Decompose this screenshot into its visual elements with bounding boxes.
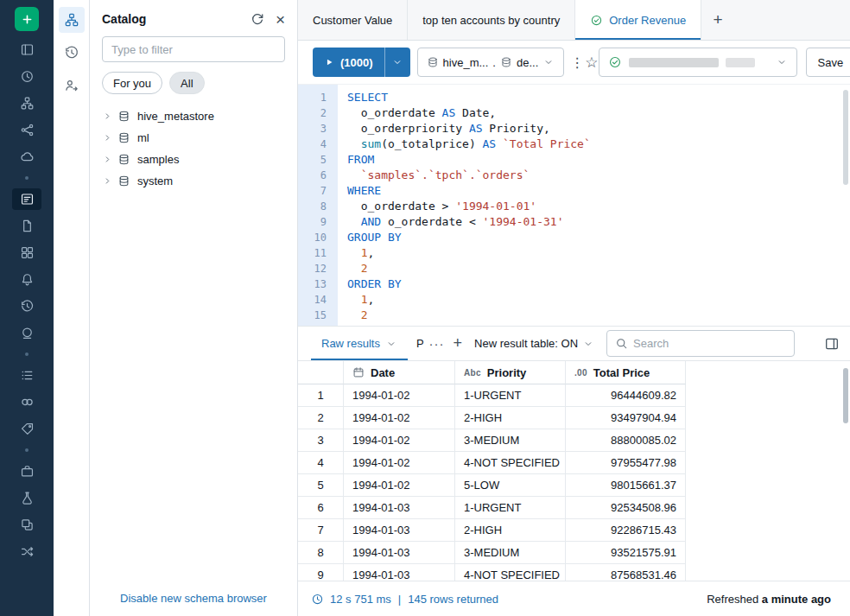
nav-models-button[interactable]: [12, 514, 41, 536]
column-header-total-price[interactable]: .00Total Price: [566, 361, 686, 384]
nav-alerts-button[interactable]: [12, 269, 41, 290]
side-panel-toggle-button[interactable]: [824, 336, 840, 352]
nav-dashboards-button[interactable]: [12, 242, 41, 264]
code-token: [347, 168, 361, 181]
nav-workflows-button[interactable]: [12, 119, 41, 141]
experiments-icon: [20, 464, 35, 479]
nav-query-history-button[interactable]: [12, 295, 41, 317]
nav-job-runs-button[interactable]: [12, 365, 41, 386]
results-table-area: DateAbcPriority.00Total Price11994-01-02…: [298, 361, 850, 581]
code-token: '1994-01-01': [455, 200, 536, 213]
search-input[interactable]: [633, 337, 786, 350]
database-icon: [117, 175, 130, 187]
catalog-tree-item[interactable]: ml: [102, 127, 285, 149]
new-tab-button[interactable]: +: [701, 0, 734, 40]
save-button[interactable]: Save: [806, 48, 850, 77]
disable-schema-browser-link[interactable]: Disable new schema browser: [90, 592, 297, 605]
query-tab[interactable]: top ten accounts by country: [408, 0, 575, 40]
catalog-schema-selector[interactable]: hive_m... . de...: [417, 48, 565, 77]
for-you-button[interactable]: [59, 73, 85, 98]
chevron-down-icon: [391, 56, 403, 68]
code-line: 9 AND o_orderdate < '1994-01-31': [298, 214, 850, 230]
line-number: 1: [298, 90, 338, 105]
nav-catalog-button[interactable]: [12, 92, 41, 114]
code-token: GROUP BY: [347, 231, 402, 244]
nav-workspace-button[interactable]: [12, 39, 41, 60]
database-icon: [117, 131, 130, 144]
clipped-tab-label: P: [416, 337, 424, 350]
job-runs-icon: [20, 368, 35, 383]
compute-icon: [20, 149, 35, 164]
code-token: WHERE: [347, 184, 381, 197]
history-panel-icon: [64, 45, 79, 60]
nav-compute-button[interactable]: [12, 146, 41, 168]
column-header-priority[interactable]: AbcPriority: [455, 361, 566, 384]
refresh-catalog-button[interactable]: [250, 11, 265, 27]
new-result-table-toggle[interactable]: New result table: ON: [474, 337, 594, 350]
duration-text: 12 s 751 ms: [330, 593, 391, 606]
column-label: Priority: [487, 366, 527, 379]
line-code: 2: [338, 308, 367, 323]
clipped-results-tab[interactable]: P: [413, 327, 428, 360]
tab-label: top ten accounts by country: [422, 14, 560, 27]
code-line: 12 2: [298, 261, 850, 276]
favorite-star-button[interactable]: ☆: [585, 54, 598, 72]
code-token: AS: [469, 122, 483, 135]
line-code: AND o_orderdate < '1994-01-31': [338, 214, 563, 230]
code-line: 4 sum(o_totalprice) AS `Total Price`: [298, 137, 850, 152]
query-tab-bar: Customer Valuetop ten accounts by countr…: [298, 0, 850, 41]
nav-serving-button[interactable]: [12, 541, 41, 562]
code-line: 15 2: [298, 308, 850, 323]
schema-browser-button[interactable]: [59, 7, 85, 33]
main-area: Customer Valuetop ten accounts by countr…: [298, 0, 850, 616]
results-overflow-button[interactable]: ···: [429, 336, 445, 351]
code-token: ORDER BY: [347, 277, 402, 290]
row-number-cell: 1: [298, 384, 344, 407]
line-code: SELECT: [338, 90, 388, 105]
run-button[interactable]: (1000): [313, 48, 384, 77]
code-token: 2: [361, 308, 368, 321]
run-options-button[interactable]: [384, 48, 410, 77]
nav-pipelines-button[interactable]: [12, 391, 41, 413]
play-icon: [324, 57, 334, 67]
query-tab[interactable]: Order Revenue: [575, 0, 701, 40]
line-number: 3: [298, 121, 338, 137]
query-duration-link[interactable]: 12 s 751 ms | 145 rows returned: [311, 593, 498, 606]
kebab-menu-button[interactable]: ⋮: [570, 54, 584, 71]
results-scrollbar[interactable]: [843, 368, 848, 423]
catalog-tree-item[interactable]: samples: [102, 149, 285, 170]
nav-recents-button[interactable]: [12, 66, 41, 87]
nav-new-button[interactable]: [15, 7, 39, 31]
date-cell: 1994-01-02: [344, 407, 455, 429]
editor-scrollbar[interactable]: [843, 90, 848, 185]
chip-all[interactable]: All: [169, 72, 204, 94]
nav-queries-button[interactable]: [12, 215, 41, 237]
priority-cell: 4-NOT SPECIFIED: [455, 452, 566, 474]
catalog-filter-input[interactable]: [102, 36, 285, 62]
nav-features-button[interactable]: [12, 487, 41, 509]
rows-returned-text: 145 rows returned: [408, 593, 498, 606]
nav-delta-sharing-button[interactable]: [12, 418, 41, 440]
code-token: o_orderdate: [347, 200, 442, 213]
query-tab[interactable]: Customer Value: [298, 0, 408, 40]
code-token: (o_totalprice): [381, 137, 482, 150]
total-price-cell: 88800085.02: [566, 429, 686, 452]
catalog-tree-item[interactable]: system: [102, 170, 285, 192]
column-label: Total Price: [593, 366, 650, 379]
close-catalog-button[interactable]: ×: [276, 11, 285, 28]
chip-for-you[interactable]: For you: [102, 72, 162, 94]
warehouse-selector[interactable]: [599, 48, 797, 77]
nav-sql-editor-button[interactable]: [12, 188, 41, 210]
column-header-date[interactable]: Date: [344, 361, 455, 384]
code-token: [347, 308, 361, 321]
raw-results-tab[interactable]: Raw results: [311, 327, 408, 360]
history-panel-button[interactable]: [59, 40, 85, 66]
panel-right-icon: [824, 336, 840, 352]
catalog-tree-item[interactable]: hive_metastore: [102, 105, 285, 127]
nav-genie-button[interactable]: [12, 322, 41, 344]
chevron-down-icon: [776, 56, 788, 68]
add-result-tab-button[interactable]: +: [454, 334, 463, 352]
sql-editor[interactable]: 1SELECT2 o_orderdate AS Date,3 o_orderpr…: [298, 84, 850, 326]
chevron-right-icon: [102, 154, 113, 165]
nav-experiments-button[interactable]: [12, 460, 41, 482]
